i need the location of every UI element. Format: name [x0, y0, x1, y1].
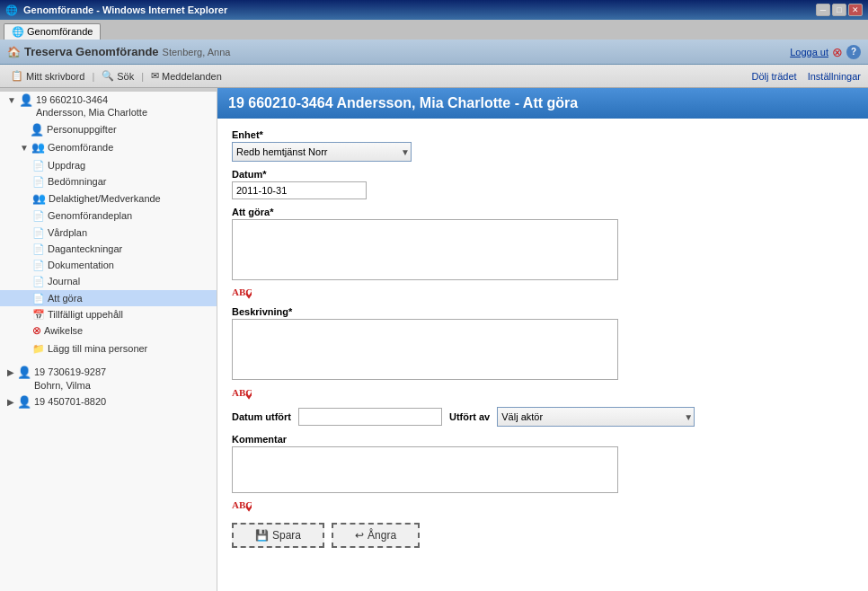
kommentar-spell-check-icon[interactable]: ABC	[232, 497, 252, 512]
browser-icon: 🌐	[5, 4, 18, 16]
button-row: 💾 Spara ↩ Ångra	[232, 523, 854, 548]
expander-person1[interactable]: ▼	[7, 94, 16, 106]
meddelanden-icon: ✉	[151, 70, 159, 82]
sidebar-item-genomforandeplan[interactable]: 📄 Genomförandeplan	[0, 207, 217, 224]
personuppgifter-label: Personuppgifter	[47, 123, 117, 136]
sidebar-item-uppdrag[interactable]: 📄 Uppdrag	[0, 157, 217, 173]
separator-1: |	[90, 71, 96, 82]
sidebar-item-journal[interactable]: 📄 Journal	[0, 273, 217, 289]
tab-bar: 🌐 Genomförande	[0, 20, 868, 40]
att-gora-form-label: Att göra*	[232, 207, 854, 217]
toolbar-sok[interactable]: 🔍 Sök	[98, 68, 137, 84]
treserva-icon: 🏠	[7, 46, 21, 58]
datum-utfort-group: Datum utfört Utfört av Välj aktör ▼	[232, 407, 854, 427]
datum-utfort-inline: Datum utfört Utfört av Välj aktör ▼	[232, 407, 854, 427]
sidebar-item-bedomningar[interactable]: 📄 Bedömningar	[0, 173, 217, 190]
sidebar-item-personuppgifter[interactable]: 👤 Personuppgifter	[0, 121, 217, 140]
save-button[interactable]: 💾 Spara	[232, 523, 324, 548]
sidebar-item-person1[interactable]: ▼ 👤 19 660210-3464Andersson, Mia Charlot…	[0, 92, 217, 121]
sidebar-item-delaktighet[interactable]: 👥 Delaktighet/Medverkande	[0, 190, 217, 208]
dokumentation-icon: 📄	[32, 259, 45, 271]
enhet-select[interactable]: Redb hemtjänst Norr	[232, 142, 412, 162]
bedomningar-label: Bedömningar	[48, 175, 106, 188]
att-gora-label: Att göra	[48, 292, 83, 304]
person3-label: 19 450701-8820	[34, 395, 106, 408]
tillfalligt-icon: 📅	[32, 308, 45, 321]
sidebar-item-vardplan[interactable]: 📄 Vårdplan	[0, 225, 217, 241]
cancel-label: Ångra	[368, 529, 396, 542]
app-container: 🏠 Treserva Genomförande Stenberg, Anna L…	[0, 40, 868, 591]
sidebar-item-att-gora[interactable]: 📄 Att göra	[0, 290, 217, 306]
settings-link[interactable]: Inställningar	[808, 71, 861, 82]
datum-label: Datum*	[232, 169, 854, 180]
beskrivning-textarea[interactable]	[232, 319, 618, 380]
meddelanden-label: Meddelanden	[162, 71, 222, 82]
skrivbord-icon: 📋	[11, 70, 23, 82]
datum-group: Datum*	[232, 169, 854, 199]
maximize-button[interactable]: □	[832, 4, 846, 16]
lagg-till-label: Lägg till mina personer	[48, 342, 147, 355]
expander-genomforande[interactable]: ▼	[20, 142, 29, 154]
delaktighet-icon: 👥	[32, 192, 46, 207]
att-gora-spell-check-icon[interactable]: ABC	[232, 284, 252, 299]
save-icon: 💾	[255, 529, 269, 542]
beskrivning-spell-check-icon[interactable]: ABC	[232, 384, 252, 399]
save-label: Spara	[272, 529, 301, 542]
journal-label: Journal	[48, 275, 80, 287]
sidebar-item-person3[interactable]: ▶ 👤 19 450701-8820	[0, 393, 217, 412]
kommentar-group: Kommentar ABC	[232, 434, 854, 512]
sidebar: ▼ 👤 19 660210-3464Andersson, Mia Charlot…	[0, 88, 217, 591]
sok-label: Sök	[117, 71, 134, 82]
beskrivning-group: Beskrivning* ABC	[232, 306, 854, 399]
person3-icon: 👤	[17, 395, 31, 410]
close-button[interactable]: ✕	[848, 4, 863, 16]
lagg-till-icon: 📁	[32, 342, 45, 355]
brand-name: Treserva Genomförande	[24, 45, 159, 58]
sidebar-item-daganteckningar[interactable]: 📄 Daganteckningar	[0, 241, 217, 257]
sidebar-item-genomforande[interactable]: ▼ 👥 Genomförande	[0, 139, 217, 157]
enhet-group: Enhet* Redb hemtjänst Norr ▼	[232, 129, 854, 162]
person2-label: 19 730619-9287Bohrn, Vilma	[34, 366, 106, 392]
kommentar-label: Kommentar	[232, 434, 854, 445]
hide-tree-link[interactable]: Dölj trädet	[752, 71, 797, 82]
spacer	[0, 357, 217, 364]
beskrivning-textarea-wrapper	[232, 319, 618, 380]
daganteckningar-icon: 📄	[32, 243, 45, 255]
expander-person2[interactable]: ▶	[7, 366, 14, 378]
toolbar-meddelanden[interactable]: ✉ Meddelanden	[147, 68, 226, 84]
utfort-av-select-wrapper: Välj aktör ▼	[497, 407, 695, 427]
expander-person3[interactable]: ▶	[7, 396, 14, 408]
minimize-button[interactable]: ─	[816, 4, 830, 16]
uppdrag-icon: 📄	[32, 159, 45, 172]
sidebar-item-person2[interactable]: ▶ 👤 19 730619-9287Bohrn, Vilma	[0, 364, 217, 393]
tab-label: Genomförande	[27, 26, 93, 37]
sidebar-item-lagg-till[interactable]: 📁 Lägg till mina personer	[0, 340, 217, 357]
delaktighet-label: Delaktighet/Medverkande	[49, 192, 161, 205]
logout-link[interactable]: Logga ut	[790, 47, 828, 57]
enhet-select-wrapper: Redb hemtjänst Norr ▼	[232, 142, 412, 162]
uppdrag-label: Uppdrag	[48, 159, 85, 172]
sidebar-item-dokumentation[interactable]: 📄 Dokumentation	[0, 257, 217, 273]
toolbar-skrivbord[interactable]: 📋 Mitt skrivbord	[7, 68, 88, 84]
datum-utfort-input[interactable]	[298, 408, 442, 426]
kommentar-textarea-wrapper	[232, 446, 618, 493]
vardplan-icon: 📄	[32, 226, 45, 239]
kommentar-textarea[interactable]	[232, 446, 618, 493]
att-gora-icon: 📄	[32, 292, 45, 304]
person2-icon: 👤	[17, 366, 31, 381]
help-button[interactable]: ?	[846, 45, 861, 59]
browser-tab[interactable]: 🌐 Genomförande	[4, 23, 101, 40]
page-title: 19 660210-3464 Andersson, Mia Charlotte …	[217, 88, 868, 119]
title-bar: 🌐 Genomförande - Windows Internet Explor…	[0, 0, 868, 20]
awikelse-label: Awikelse	[44, 324, 83, 337]
genomforande-label: Genomförande	[48, 141, 113, 154]
datum-input[interactable]	[232, 181, 367, 199]
skrivbord-label: Mitt skrivbord	[26, 71, 84, 82]
awikelse-icon: ⊗	[32, 324, 41, 339]
sidebar-item-awikelse[interactable]: ⊗ Awikelse	[0, 322, 217, 340]
cancel-button[interactable]: ↩ Ångra	[332, 523, 420, 548]
content-area: 19 660210-3464 Andersson, Mia Charlotte …	[217, 88, 868, 591]
utfort-av-select[interactable]: Välj aktör	[497, 407, 695, 427]
att-gora-textarea[interactable]	[232, 219, 618, 280]
sidebar-item-tillfalligt[interactable]: 📅 Tillfälligt uppehåll	[0, 306, 217, 322]
